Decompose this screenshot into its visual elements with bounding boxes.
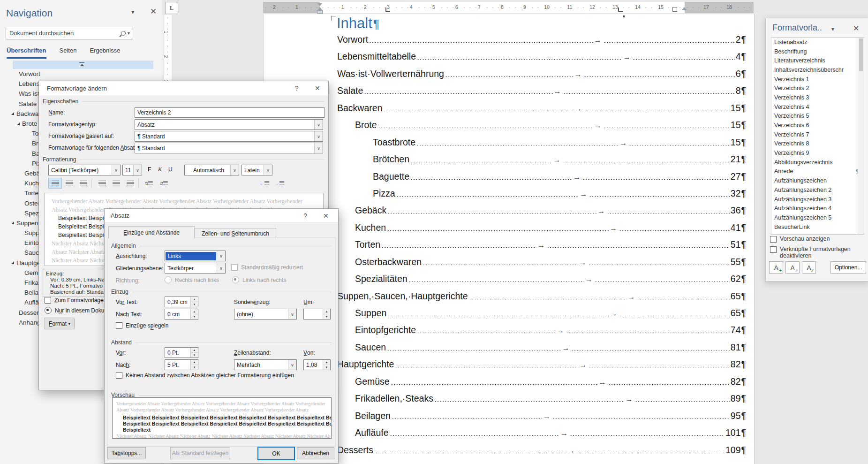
disable-linked-styles-checkbox[interactable]: Verknüpfte Formatvorlagendeaktivieren (770, 246, 851, 259)
checkbox-box[interactable] (45, 297, 51, 304)
navigation-tab[interactable]: Ergebnisse (90, 47, 120, 59)
style-list-item[interactable]: Verzeichnis 4 ¶ (771, 102, 864, 112)
style-list-item[interactable]: Verzeichnis 3 ¶ (771, 93, 864, 102)
toc-entry[interactable]: Frikadellen,·Steaks → 89 ¶ (337, 390, 746, 407)
dialog-titlebar[interactable]: Absatz ? ✕ (105, 209, 338, 222)
by-spinner[interactable]: ▲▼ (303, 309, 331, 319)
toc-entry[interactable]: Eintopfgerichte → 74 ¶ (337, 321, 746, 338)
toc-entry[interactable]: Desserts → 109 ¶ (337, 441, 746, 458)
spacing-after-spinner[interactable]: 5 Pt.▲▼ (165, 359, 198, 370)
heading-list-item[interactable]: Vorwort (0, 69, 163, 79)
style-list-item[interactable]: BesucherLink a (771, 222, 864, 232)
heading-list-item[interactable] (13, 61, 153, 69)
underline-button[interactable]: U (168, 166, 173, 173)
tab-indents-spacing[interactable]: E̲inzüge und Abstände (108, 226, 195, 239)
options-button[interactable]: Optionen... (830, 261, 866, 274)
toc-entry[interactable]: Lebensmitteltabelle → 4 ¶ (337, 48, 746, 65)
search-icon[interactable] (121, 31, 126, 36)
only-in-document-radio[interactable]: Nu̲r in diesem Dokume (45, 307, 112, 314)
increase-indent-button[interactable]: → (272, 178, 286, 189)
checkbox-box[interactable] (116, 372, 122, 379)
right-indent-marker[interactable] (682, 7, 687, 10)
set-as-default-button[interactable]: Als Standard festlegen (170, 447, 230, 459)
collapse-triangle-icon[interactable] (11, 261, 14, 264)
chevron-down-icon[interactable]: ▾ (131, 8, 135, 15)
scrollbar-thumb[interactable] (859, 38, 863, 71)
decrease-paragraph-spacing-button[interactable]: ⇵ (157, 178, 171, 189)
at-spinner[interactable]: 1,08▲▼ (303, 359, 331, 370)
cancel-button[interactable]: Abbrechen (297, 447, 334, 459)
italic-button[interactable]: K (158, 166, 162, 173)
search-options-caret-icon[interactable]: ▾ (128, 30, 130, 36)
tab-stops-button[interactable]: Tab̲stopps... (107, 447, 146, 459)
help-icon[interactable]: ? (303, 212, 307, 220)
style-name-input[interactable]: Verzeichnis 2 (135, 107, 325, 118)
toc-entry[interactable]: Suppen → 65 ¶ (337, 304, 746, 321)
tab-stop-marker[interactable] (618, 8, 623, 12)
collapsed-by-default-checkbox[interactable]: Standardmäßig reduziert (231, 264, 303, 271)
scrollbar[interactable] (858, 38, 864, 234)
navigation-tab[interactable]: Seiten (60, 47, 77, 59)
font-dropdown[interactable]: Calibri (Textkörper)∨ (48, 165, 121, 175)
first-line-indent-marker[interactable] (317, 3, 322, 6)
style-list-item[interactable]: Verzeichnis 7 ¶ (771, 130, 864, 139)
based-on-dropdown[interactable]: ¶ Standard∨ (135, 131, 323, 142)
font-color-dropdown[interactable]: Automatisch∨ (184, 165, 239, 175)
style-list-item[interactable]: Listenabsatz ¶ (771, 38, 864, 47)
toc-entry[interactable]: Spezialitäten → 62 ¶ (337, 270, 746, 287)
radio-button[interactable] (232, 276, 239, 283)
align-left-button[interactable] (48, 178, 62, 189)
mirror-indents-checkbox[interactable]: Einzüge sp̲iegeln (116, 322, 168, 329)
before-text-spinner[interactable]: 0,39 cm▲▼ (165, 297, 198, 307)
style-list-item[interactable]: Beschriftung ¶ (771, 47, 864, 56)
radio-button[interactable] (165, 276, 172, 283)
dialog-titlebar[interactable]: Formatvorlage ändern ? ✕ (39, 81, 328, 95)
toc-heading[interactable]: Inhalt¶ (337, 15, 379, 32)
line-spacing-dropdown[interactable]: Mehrfach∨ (234, 359, 297, 370)
toc-entry[interactable]: Pizza → 32 ¶ (337, 185, 746, 202)
checkbox-box[interactable] (770, 236, 777, 243)
special-indent-dropdown[interactable]: (ohne)∨ (234, 309, 297, 319)
increase-paragraph-spacing-button[interactable]: ⇅ (142, 178, 156, 189)
new-style-button[interactable]: A+ (769, 261, 783, 274)
close-icon[interactable]: ✕ (323, 212, 329, 220)
toc-entry[interactable]: Brote → 15 ¶ (337, 116, 746, 133)
style-list-item[interactable]: Aufzählungszeichen ¶ (771, 176, 864, 185)
spacing-before-spinner[interactable]: 0 Pt.▲▼ (165, 347, 198, 358)
style-list-item[interactable]: Abbildungsverzeichnis ¶ (771, 158, 864, 167)
toc-entry[interactable]: Backwaren → 15 ¶ (337, 99, 746, 116)
style-list-item[interactable]: Anrede ¶a (771, 167, 864, 176)
outline-level-dropdown[interactable]: Textkörper∨ (165, 263, 226, 274)
style-list-item[interactable]: Verzeichnis 6 ¶ (771, 121, 864, 130)
toc-entry[interactable]: Kuchen → 41 ¶ (337, 219, 746, 236)
radio-button[interactable] (45, 307, 52, 314)
toc-entry[interactable]: Gebäck → 36 ¶ (337, 202, 746, 219)
toc-entry[interactable]: Gemüse → 82 ¶ (337, 373, 746, 390)
checkbox-box[interactable] (770, 246, 777, 253)
toc-entry[interactable]: Brötchen → 21 ¶ (337, 151, 746, 167)
toc-entry[interactable]: Saucen → 81 ¶ (337, 339, 746, 356)
style-list-item[interactable]: Inhaltsverzeichnisüberschr ¶ (771, 65, 864, 75)
add-to-gallery-checkbox[interactable]: Z̲um Formatvorlagenka (45, 297, 113, 304)
hanging-indent-marker[interactable] (317, 7, 322, 10)
left-indent-marker[interactable] (317, 10, 323, 14)
close-icon[interactable]: ✕ (315, 84, 320, 92)
after-text-spinner[interactable]: 0 cm▲▼ (165, 309, 198, 319)
format-menu-button[interactable]: F̲ormat ▾ (45, 318, 75, 329)
show-preview-checkbox[interactable]: Vorschau anzeigen (770, 236, 830, 243)
double-spacing-button[interactable] (123, 178, 137, 189)
font-size-dropdown[interactable]: 11∨ (122, 165, 142, 175)
ruler-box-marker[interactable] (672, 7, 677, 12)
ltr-radio[interactable]: Links nach rechts (232, 276, 286, 283)
checkbox-box[interactable] (231, 264, 238, 271)
bold-button[interactable]: F (148, 166, 151, 173)
toc-entry[interactable]: Salate → 8 ¶ (337, 82, 746, 99)
one-half-spacing-button[interactable] (109, 178, 123, 189)
tab-stop-marker[interactable] (385, 8, 390, 12)
style-list-item[interactable]: Aufzählungszeichen 3 ¶ (771, 195, 864, 204)
style-inspector-button[interactable]: A⌕ (785, 261, 800, 274)
language-dropdown[interactable]: Latein∨ (242, 165, 272, 175)
toc-entry[interactable]: Hauptgerichte → 82 ¶ (337, 356, 746, 373)
style-list-item[interactable]: Verzeichnis 2 ¶ (771, 84, 864, 93)
close-icon[interactable]: ✕ (853, 24, 859, 33)
